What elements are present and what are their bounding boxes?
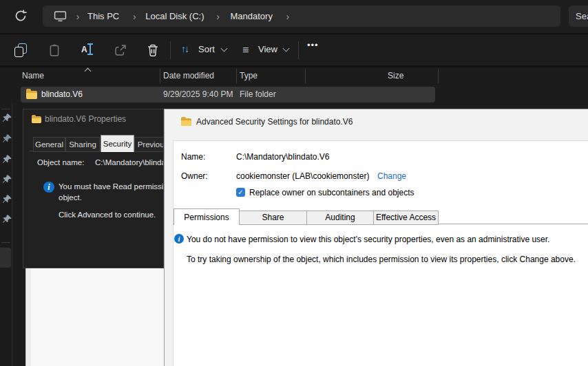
dialog-edge <box>26 268 31 366</box>
command-toolbar: A Sort View <box>0 34 588 65</box>
read-permission-line1: You must have Read permissions <box>59 182 164 191</box>
advanced-hint: Click Advanced to continue. <box>59 211 156 219</box>
sidebar-pin-icon[interactable] <box>2 194 12 204</box>
sort-icon <box>181 43 188 54</box>
file-name: blindato.V6 <box>41 89 83 99</box>
refresh-icon[interactable] <box>14 9 28 23</box>
name-value: C:\Mandatory\blindato.V6 <box>236 152 329 162</box>
tab-general[interactable]: General <box>33 137 65 152</box>
sidebar-pin-icon[interactable] <box>2 133 12 144</box>
delete-icon[interactable] <box>146 43 160 57</box>
column-header-size[interactable]: Size <box>388 71 403 80</box>
column-divider[interactable] <box>438 69 439 83</box>
sort-ascending-icon <box>85 68 92 75</box>
chevron-down-icon <box>283 45 290 52</box>
change-owner-link[interactable]: Change <box>377 171 406 181</box>
see-more-icon[interactable] <box>307 40 319 50</box>
breadcrumb-chevron-icon[interactable] <box>129 11 140 22</box>
advanced-security-dialog: Advanced Security Settings for blindato.… <box>164 109 588 366</box>
sidebar-pin-icon[interactable] <box>2 113 12 123</box>
tab-security[interactable]: Security <box>101 135 134 152</box>
breadcrumb-mandatory[interactable]: Mandatory <box>230 11 272 21</box>
this-pc-icon <box>54 10 67 22</box>
rename-icon[interactable]: A <box>81 43 94 57</box>
share-icon[interactable] <box>114 43 127 57</box>
permission-info-line2: To try taking ownership of the object, w… <box>187 255 576 264</box>
column-divider[interactable] <box>160 69 160 83</box>
sidebar-pin-icon[interactable] <box>2 154 12 164</box>
info-icon <box>43 182 54 193</box>
file-type: File folder <box>240 89 276 99</box>
info-icon <box>174 234 184 244</box>
file-row-blindato[interactable]: blindato.V6 9/29/2025 9:40 PM File folde… <box>21 87 435 103</box>
folder-icon <box>32 115 41 123</box>
tab-previous-versions[interactable]: Previous <box>134 137 164 152</box>
column-header-name[interactable]: Name <box>22 71 44 80</box>
copy-icon[interactable] <box>14 43 28 57</box>
dialog-title: Advanced Security Settings for blindato.… <box>196 117 353 127</box>
name-label: Name: <box>181 152 205 162</box>
breadcrumb-local-disk[interactable]: Local Disk (C:) <box>145 11 204 21</box>
column-header-date[interactable]: Date modified <box>163 71 214 80</box>
toolbar-divider <box>170 41 171 59</box>
object-name-value: C:\Mandatory\blindat <box>95 158 164 166</box>
replace-owner-label: Replace owner on subcontainers and objec… <box>249 188 414 197</box>
sort-label: Sort <box>198 44 215 54</box>
permission-info-line1: You do not have permission to view this … <box>187 235 549 244</box>
search-input[interactable]: Sea <box>569 6 588 27</box>
object-name-label: Object name: <box>37 158 84 166</box>
sidebar-pin-icon[interactable] <box>2 174 12 184</box>
breadcrumb-chevron-icon[interactable] <box>282 11 293 22</box>
folder-icon <box>181 117 191 126</box>
owner-label: Owner: <box>181 171 208 181</box>
tab-auditing[interactable]: Auditing <box>306 211 374 225</box>
background-dialog-surface <box>25 268 165 366</box>
address-bar[interactable]: This PC Local Disk (C:) Mandatory <box>43 6 560 27</box>
properties-dialog: blindato.V6 Properties General Sharing S… <box>23 109 164 268</box>
replace-owner-checkbox[interactable] <box>236 188 245 197</box>
column-header-type[interactable]: Type <box>240 71 258 80</box>
breadcrumb-chevron-icon[interactable] <box>212 11 223 22</box>
search-text: Sea <box>576 11 588 21</box>
tab-permissions[interactable]: Permissions <box>174 208 240 225</box>
nav-divider <box>1 109 10 109</box>
address-toolbar: This PC Local Disk (C:) Mandatory Sea <box>0 0 588 33</box>
dialog-title: blindato.V6 Properties <box>45 114 126 124</box>
nav-selected-item[interactable] <box>0 248 11 268</box>
breadcrumb-chevron-icon[interactable] <box>72 11 83 22</box>
paste-icon[interactable] <box>48 43 61 57</box>
nav-divider <box>1 242 10 243</box>
tab-share[interactable]: Share <box>239 211 307 225</box>
column-divider[interactable] <box>236 69 237 83</box>
divider <box>0 65 588 67</box>
tab-effective-access[interactable]: Effective Access <box>373 211 439 225</box>
explorer-window: This PC Local Disk (C:) Mandatory Sea A <box>0 0 588 366</box>
breadcrumb-this-pc[interactable]: This PC <box>87 11 119 21</box>
owner-value: cookiemonster (LAB\cookiemonster) <box>236 171 369 181</box>
tab-sharing[interactable]: Sharing <box>65 137 100 152</box>
toolbar-divider <box>298 41 299 59</box>
read-permission-line2: object. <box>59 193 82 202</box>
file-date: 9/29/2025 9:40 PM <box>163 89 233 99</box>
chevron-down-icon <box>221 45 228 52</box>
view-label: View <box>258 44 277 54</box>
nav-pane-border <box>12 103 12 366</box>
sidebar-pin-icon[interactable] <box>2 214 12 224</box>
folder-icon <box>26 89 37 99</box>
view-icon <box>242 44 249 56</box>
column-divider[interactable] <box>305 69 306 83</box>
